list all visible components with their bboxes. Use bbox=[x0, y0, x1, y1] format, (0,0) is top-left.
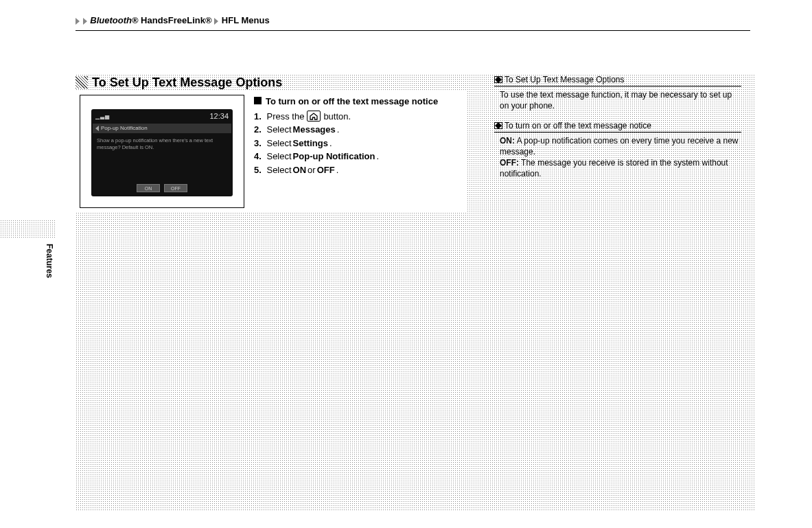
device-screen-title: Pop-up Notification bbox=[101, 125, 148, 132]
square-bullet-icon bbox=[254, 97, 262, 104]
device-screen: ▁▃▅ 12:34 Pop-up Notification Show a pop… bbox=[91, 109, 233, 196]
header-rule bbox=[76, 30, 750, 31]
side-tab-label: Features bbox=[45, 244, 54, 278]
step-bold: Pop-up Notification bbox=[293, 150, 375, 163]
note-icon bbox=[494, 122, 502, 129]
note-label: OFF: bbox=[500, 158, 519, 168]
step-text: button. bbox=[323, 110, 351, 124]
note-text: The message you receive is stored in the… bbox=[500, 158, 728, 179]
side-tab-pattern bbox=[0, 220, 55, 239]
step-item: 4. Select Pop-up Notification. bbox=[254, 150, 463, 163]
steps-subhead-text: To turn on or off the text message notic… bbox=[266, 95, 438, 108]
step-item: 1. Press the button. bbox=[254, 110, 463, 124]
breadcrumb-seg1-suffix: ® HandsFreeLink® bbox=[132, 15, 212, 25]
step-bold: Messages bbox=[293, 123, 336, 137]
home-button-icon bbox=[307, 111, 321, 122]
device-off-button: OFF bbox=[164, 184, 187, 192]
breadcrumb: Bluetooth® HandsFreeLink® HFL Menus bbox=[76, 15, 270, 25]
step-text: . bbox=[329, 137, 332, 150]
step-item: 2. Select Messages. bbox=[254, 123, 463, 137]
step-bold: OFF bbox=[317, 163, 335, 177]
note-label: ON: bbox=[500, 136, 515, 146]
chevron-right-icon bbox=[83, 18, 87, 25]
device-body-line: Show a pop-up notification when there's … bbox=[97, 137, 227, 144]
step-number: 2. bbox=[254, 123, 262, 137]
note-rule bbox=[494, 132, 741, 133]
device-buttons: ON OFF bbox=[91, 184, 233, 192]
note-heading: To Set Up Text Message Options bbox=[494, 74, 741, 85]
step-text: . bbox=[336, 163, 339, 177]
device-screenshot: ▁▃▅ 12:34 Pop-up Notification Show a pop… bbox=[80, 95, 244, 208]
step-text: Select bbox=[266, 137, 291, 150]
step-number: 4. bbox=[254, 150, 262, 163]
device-title-row: Pop-up Notification bbox=[93, 124, 231, 133]
steps-block: To turn on or off the text message notic… bbox=[254, 95, 463, 176]
step-text: or bbox=[308, 163, 316, 177]
note-heading: To turn on or off the text message notic… bbox=[494, 120, 741, 131]
note-text: A pop-up notification comes on every tim… bbox=[500, 136, 739, 157]
breadcrumb-seg1: Bluetooth bbox=[90, 15, 132, 25]
step-bold: Settings bbox=[293, 137, 328, 150]
device-on-button: ON bbox=[137, 184, 160, 192]
device-body-text: Show a pop-up notification when there's … bbox=[93, 136, 231, 152]
step-text: . bbox=[376, 150, 379, 163]
note-body: To use the text message function, it may… bbox=[494, 89, 741, 119]
step-number: 1. bbox=[254, 110, 262, 124]
signal-icon: ▁▃▅ bbox=[95, 113, 110, 120]
breadcrumb-seg2: HFL Menus bbox=[222, 15, 270, 25]
note-title: To turn on or off the text message notic… bbox=[504, 120, 651, 131]
note-text: To use the text message function, it may… bbox=[500, 90, 732, 111]
device-statusbar: ▁▃▅ 12:34 bbox=[93, 112, 231, 122]
step-text: Select bbox=[266, 163, 291, 177]
note-title: To Set Up Text Message Options bbox=[504, 74, 625, 85]
note-body: ON: A pop-up notification comes on every… bbox=[494, 135, 741, 188]
device-clock: 12:34 bbox=[209, 112, 229, 121]
step-item: 5. Select ON or OFF. bbox=[254, 163, 463, 177]
section-title-text: To Set Up Text Message Options bbox=[92, 76, 282, 90]
step-bold: ON bbox=[293, 163, 307, 177]
steps-subhead: To turn on or off the text message notic… bbox=[254, 95, 463, 108]
section-bullet-icon bbox=[76, 76, 88, 89]
note-icon bbox=[494, 76, 502, 83]
step-number: 5. bbox=[254, 163, 262, 177]
step-text: Select bbox=[266, 123, 291, 137]
step-item: 3. Select Settings. bbox=[254, 137, 463, 150]
section-title: To Set Up Text Message Options bbox=[76, 74, 467, 91]
chevron-right-icon bbox=[214, 18, 218, 25]
main-content: ▁▃▅ 12:34 Pop-up Notification Show a pop… bbox=[76, 91, 467, 212]
step-text: . bbox=[337, 123, 340, 137]
note-rule bbox=[494, 86, 741, 87]
step-text: Press the bbox=[266, 110, 304, 124]
side-notes: To Set Up Text Message Options To use th… bbox=[494, 74, 741, 188]
back-icon bbox=[95, 126, 99, 131]
device-body-line: message? Default is ON. bbox=[97, 144, 227, 151]
chevron-right-icon bbox=[76, 18, 80, 25]
step-text: Select bbox=[266, 150, 291, 163]
step-number: 3. bbox=[254, 137, 262, 150]
